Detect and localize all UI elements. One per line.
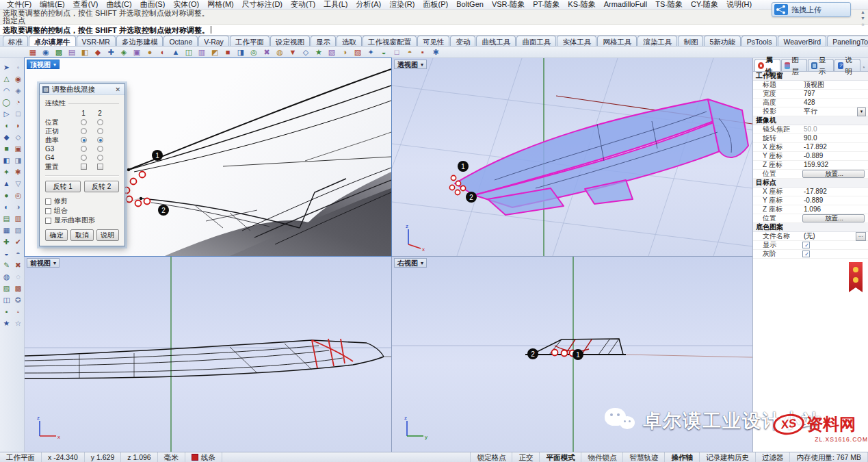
menu-item[interactable]: 编辑(E) (36, 0, 69, 9)
tool-icon[interactable]: ◐ (157, 47, 168, 57)
panel-tab-display[interactable]: 显示 (808, 59, 834, 71)
flip-1-button[interactable]: 反转 1 (45, 181, 81, 192)
tool-icon[interactable]: ◨ (235, 47, 246, 57)
property-value[interactable]: 159.932 (802, 161, 868, 169)
tool-icon[interactable]: ◐ (1, 202, 12, 212)
position-radio-2[interactable] (97, 119, 103, 125)
toolbar-tab[interactable]: 实体工具 (557, 36, 596, 46)
viewport-label-front[interactable]: 前视图 (27, 258, 60, 268)
property-row[interactable]: X 座标 -17.892 (753, 188, 868, 196)
property-value[interactable]: 平行 (802, 107, 868, 116)
property-row[interactable]: 底色图案 (753, 223, 868, 232)
flip-2-button[interactable]: 反转 2 (84, 181, 120, 192)
status-segment[interactable]: y 1.629 (85, 452, 121, 462)
tool-icon[interactable]: ✱ (12, 167, 24, 177)
tool-icon[interactable]: ▩ (12, 283, 24, 294)
join-checkbox[interactable] (45, 208, 51, 214)
tool-icon[interactable]: ◑ (339, 47, 350, 57)
tool-icon[interactable]: □ (12, 109, 24, 119)
toolbar-tab[interactable]: 渲染工具 (637, 36, 677, 46)
tool-icon[interactable]: ✪ (12, 295, 24, 305)
tool-icon[interactable]: ◎ (248, 47, 259, 57)
status-toggle[interactable]: 操作轴 (665, 452, 700, 462)
menu-item[interactable]: 工具(L) (319, 0, 352, 9)
menu-item[interactable]: TS-随象 (651, 0, 687, 9)
trim-checkbox[interactable] (45, 198, 51, 205)
tool-icon[interactable]: ✔ (12, 237, 24, 247)
status-toggle[interactable]: 物件锁点 (581, 452, 623, 462)
tool-icon[interactable]: ▫ (12, 307, 24, 317)
scroll-down-icon[interactable]: ▼ (860, 16, 865, 21)
menu-item[interactable]: 面板(P) (419, 0, 452, 9)
viewport-label-top[interactable]: 顶视图 (27, 60, 60, 69)
tool-icon[interactable]: ✎ (1, 260, 12, 270)
dialog-titlebar[interactable]: ▨ 调整曲线混接 ✕ (40, 84, 124, 95)
front-view-canvas[interactable]: z x (25, 257, 391, 452)
viewport-front[interactable]: z x 前视图 (25, 257, 391, 452)
tool-icon[interactable]: ◗ (12, 120, 24, 131)
trim-checkbox-row[interactable]: 修剪 (45, 196, 119, 206)
curvature-graph-checkbox-row[interactable]: 显示曲率图形 (45, 216, 119, 225)
toolbar-tab[interactable]: 曲面工具 (516, 36, 556, 46)
tool-icon[interactable]: ✖ (12, 260, 24, 270)
property-row[interactable]: Y 座标 -0.889 (753, 196, 868, 205)
menu-item[interactable]: VSR-随象 (488, 0, 529, 9)
property-row[interactable]: 摄像机 (753, 116, 868, 125)
curvature-graph-checkbox[interactable] (45, 218, 51, 224)
viewport-perspective[interactable]: 1 2 z x 透视图 (392, 58, 752, 256)
tool-icon[interactable]: ▣ (131, 47, 142, 57)
tool-icon[interactable]: ◦ (12, 62, 24, 73)
status-segment[interactable]: x -24.340 (42, 452, 85, 462)
menu-item[interactable]: 分析(A) (352, 0, 386, 9)
command-options-icon[interactable]: ☼ (860, 22, 865, 27)
tool-icon[interactable]: □ (391, 47, 402, 57)
toolbar-tab[interactable]: Octane (163, 36, 198, 46)
property-row[interactable]: 灰阶 ✓ (753, 250, 868, 259)
help-button[interactable]: 说明 (96, 229, 119, 241)
viewport-label-perspective[interactable]: 透视图 (394, 60, 427, 69)
tool-icon[interactable]: ◓ (12, 248, 24, 259)
toolbar-tab[interactable]: 变动 (450, 36, 475, 46)
tool-icon[interactable]: ▷ (1, 109, 12, 119)
menu-item[interactable]: 变动(T) (287, 0, 319, 9)
status-segment[interactable]: 工作平面 (0, 452, 42, 462)
g4-radio-1[interactable] (81, 155, 87, 161)
tool-icon[interactable]: ◌ (12, 272, 24, 282)
tool-icon[interactable]: ▤ (1, 214, 12, 224)
panel-tab-properties[interactable]: 属性 (754, 59, 780, 71)
toolbar-tab[interactable]: 网格工具 (597, 36, 637, 46)
property-value[interactable]: 顶视图 (802, 81, 868, 89)
toolbar-tab[interactable]: 曲线工具 (476, 36, 516, 46)
tool-icon[interactable]: ✦ (365, 47, 376, 57)
tool-icon[interactable]: ▣ (12, 144, 24, 154)
toolbar-tab[interactable]: 选取 (337, 36, 362, 46)
tool-icon[interactable]: ▤ (66, 47, 77, 57)
tool-icon[interactable]: ▲ (170, 47, 181, 57)
tool-icon[interactable]: ▨ (352, 47, 363, 57)
menu-item[interactable]: 网格(M) (203, 0, 238, 9)
property-value[interactable]: -0.889 (802, 196, 868, 205)
property-row[interactable]: 文件名称 (无) (753, 232, 868, 241)
ok-button[interactable]: 确定 (45, 229, 68, 241)
close-icon[interactable]: ✕ (114, 86, 122, 93)
status-toggle[interactable]: 内存使用量: 767 MB (790, 452, 868, 462)
tool-icon[interactable]: ▪ (417, 47, 428, 57)
g3-radio-2[interactable] (97, 146, 103, 152)
menu-item[interactable]: 说明(H) (722, 0, 756, 9)
tool-icon[interactable]: ◉ (40, 47, 51, 57)
tangent-radio-1[interactable] (81, 128, 87, 134)
perspective-view-canvas[interactable]: 1 2 z x (392, 58, 752, 256)
property-value[interactable]: 797 (802, 90, 868, 98)
adjust-curve-blend-dialog[interactable]: ▨ 调整曲线混接 ✕ 连续性 1 2 位置 正切 曲率 (39, 84, 125, 246)
property-row[interactable]: Y 座标 -0.889 (753, 152, 868, 161)
tool-icon[interactable]: ◒ (1, 248, 12, 259)
tool-icon[interactable]: ◎ (12, 190, 24, 201)
menu-item[interactable]: KS-随象 (564, 0, 599, 9)
status-segment[interactable]: 线条 (185, 452, 222, 462)
tool-icon[interactable]: ◍ (1, 272, 12, 282)
tool-icon[interactable]: ☆ (12, 318, 24, 329)
menu-item[interactable]: 尺寸标注(D) (238, 0, 287, 9)
cancel-button[interactable]: 取消 (70, 229, 93, 241)
property-value[interactable]: 放置... (802, 214, 865, 222)
tool-icon[interactable]: ▦ (1, 225, 12, 235)
